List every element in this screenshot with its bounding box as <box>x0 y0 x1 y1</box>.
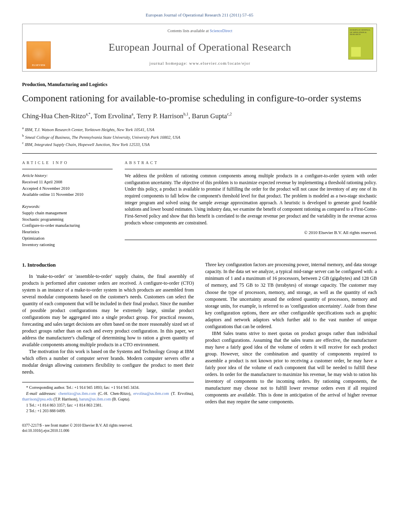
journal-cover-thumb: EUROPEAN JOURNAL OF OPERATIONAL RESEARCH <box>345 24 376 71</box>
body-two-column: 1. Introduction In 'make-to-order' or 'a… <box>22 261 377 414</box>
corresponding-author-note: * Corresponding author. Tel.: +1 914 945… <box>22 385 194 391</box>
journal-cover-image: EUROPEAN JOURNAL OF OPERATIONAL RESEARCH <box>348 27 373 60</box>
article-title: Component rationing for available-to-pro… <box>22 92 377 104</box>
keyword: Inventory rationing <box>22 242 55 247</box>
footnote-tel-2: 2 Tel.: +1 203 888 0499. <box>22 408 194 414</box>
email-link[interactable]: chenritzo@us.ibm.com <box>58 391 96 396</box>
info-abstract-row: ARTICLE INFO Article history: Received 1… <box>22 154 377 248</box>
journal-header: ELSEVIER Contents lists available at Sci… <box>22 24 377 71</box>
page-footer: 0377-2217/$ - see front matter © 2010 El… <box>22 423 377 434</box>
divider <box>125 240 377 240</box>
keyword: Optimization <box>22 236 44 240</box>
affiliation: a IBM, T.J. Watson Research Center, York… <box>22 125 377 133</box>
section-heading-intro: 1. Introduction <box>22 261 194 269</box>
history-head: Article history: <box>22 173 48 178</box>
affiliation: c IBM, Integrated Supply Chain, Hopewell… <box>22 140 377 148</box>
elsevier-logo: ELSEVIER <box>27 41 51 69</box>
email-addresses: E-mail addresses: chenritzo@us.ibm.com (… <box>22 391 194 403</box>
author: Barun Guptac,2 <box>192 112 232 120</box>
affiliations: a IBM, T.J. Watson Research Center, York… <box>22 125 377 148</box>
affiliation: b Smeal College of Business, The Pennsyl… <box>22 133 377 140</box>
publisher-logo-label: ELSEVIER <box>32 64 45 68</box>
keyword: Stochastic programming <box>22 217 64 222</box>
article-info-column: ARTICLE INFO Article history: Received 1… <box>22 154 113 248</box>
keyword: Supply chain management <box>22 211 67 215</box>
doi-line: doi:10.1016/j.ejor.2010.11.006 <box>22 428 377 433</box>
article-info-head: ARTICLE INFO <box>22 160 113 166</box>
divider <box>22 169 113 169</box>
publisher-logo-area: ELSEVIER <box>23 24 55 71</box>
email-label: E-mail addresses: <box>26 391 56 396</box>
author: Ching-Hua Chen-Ritzoa,* <box>22 112 90 120</box>
front-matter-line: 0377-2217/$ - see front matter © 2010 El… <box>22 423 377 428</box>
author: Tom Ervolinaa <box>94 112 133 120</box>
homepage-line: journal homepage: www.elsevier.com/locat… <box>58 61 342 66</box>
email-link[interactable]: ervolina@us.ibm.com <box>133 391 169 396</box>
divider <box>125 169 377 169</box>
contents-prefix: Contents lists available at <box>167 29 210 33</box>
abstract-copyright: © 2010 Elsevier B.V. All rights reserved… <box>125 230 377 236</box>
email-link[interactable]: barun@us.ibm.com <box>79 397 111 401</box>
article-history: Article history: Received 11 April 2008 … <box>22 173 113 198</box>
footnotes: * Corresponding author. Tel.: +1 914 945… <box>22 382 194 414</box>
history-item: Available online 11 November 2010 <box>22 192 83 197</box>
keyword: Configure-to-order manufacturing <box>22 223 80 228</box>
abstract-head: ABSTRACT <box>125 160 377 166</box>
history-item: Accepted 4 November 2010 <box>22 186 70 191</box>
body-paragraph: Three key configuration factors are proc… <box>205 261 377 330</box>
footnote-tel-1: 1 Tel.: +1 814 863 3357; fax: +1 814 863… <box>22 403 194 409</box>
sciencedirect-link[interactable]: ScienceDirect <box>210 29 232 33</box>
author: Terry P. Harrisonb,1 <box>137 112 189 120</box>
homepage-url[interactable]: www.elsevier.com/locate/ejor <box>189 61 250 66</box>
section-label: Production, Manufacturing and Logistics <box>22 81 377 88</box>
journal-reference: European Journal of Operational Research… <box>22 12 377 18</box>
header-center: Contents lists available at ScienceDirec… <box>55 24 345 71</box>
keywords-block: Keywords: Supply chain management Stocha… <box>22 203 113 248</box>
body-paragraph: IBM Sales teams strive to meet quotas on… <box>205 330 377 405</box>
authors-line: Ching-Hua Chen-Ritzoa,*, Tom Ervolinaa, … <box>22 111 377 121</box>
email-link[interactable]: tharrison@psu.edu <box>22 397 53 401</box>
contents-line: Contents lists available at ScienceDirec… <box>58 28 342 34</box>
body-paragraph: The motivation for this work is based on… <box>22 348 194 376</box>
history-item: Received 11 April 2008 <box>22 180 62 184</box>
keywords-head: Keywords: <box>22 204 40 209</box>
keyword: Heuristics <box>22 230 39 234</box>
journal-title: European Journal of Operational Research <box>58 40 342 55</box>
body-paragraph: In 'make-to-order' or 'assemble-to-order… <box>22 273 194 348</box>
abstract-column: ABSTRACT We address the problem of ratio… <box>125 154 377 248</box>
homepage-prefix: journal homepage: <box>149 61 189 66</box>
abstract-text: We address the problem of rationing comm… <box>125 173 377 226</box>
